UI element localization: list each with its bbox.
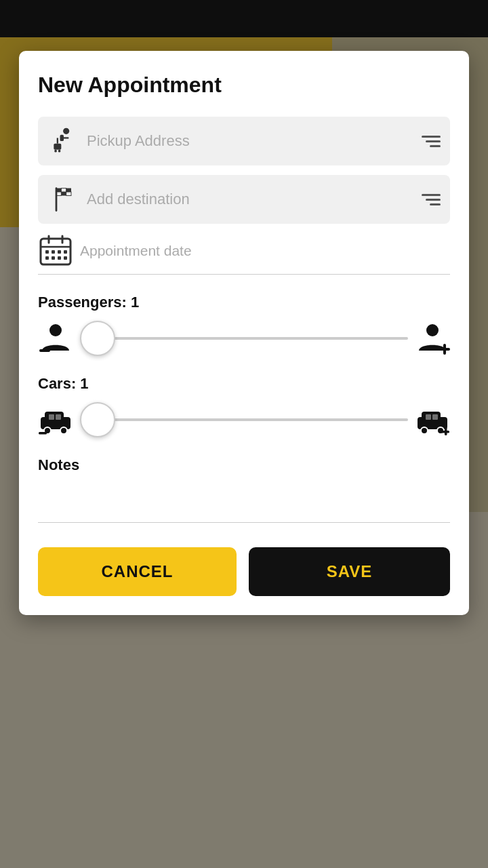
passenger-plus-icon (415, 321, 450, 356)
svg-rect-36 (56, 414, 61, 420)
cars-section: Cars: 1 (38, 375, 450, 437)
cancel-button[interactable]: CANCEL (38, 547, 237, 596)
svg-rect-3 (54, 144, 61, 150)
svg-point-26 (49, 324, 62, 336)
svg-point-40 (421, 427, 428, 434)
svg-rect-25 (64, 256, 67, 260)
svg-rect-9 (61, 189, 66, 193)
dialog-title: New Appointment (38, 73, 450, 98)
svg-rect-8 (56, 189, 61, 193)
svg-rect-20 (58, 250, 61, 254)
destination-input[interactable] (80, 191, 422, 208)
svg-rect-18 (45, 250, 49, 254)
passenger-minus-icon (38, 321, 73, 356)
car-plus-icon (415, 402, 450, 437)
pickup-icon (47, 126, 80, 156)
date-input[interactable] (80, 243, 450, 259)
destination-list-icon (422, 194, 441, 205)
pickup-address-input[interactable] (80, 132, 422, 150)
pickup-address-field[interactable] (38, 117, 450, 165)
passengers-slider-row (38, 321, 450, 356)
svg-rect-43 (432, 414, 438, 420)
calendar-icon (38, 233, 73, 269)
destination-field[interactable] (38, 175, 450, 224)
svg-rect-12 (61, 192, 66, 196)
button-row: CANCEL SAVE (38, 547, 450, 596)
cars-slider-row (38, 402, 450, 437)
destination-icon (47, 184, 80, 214)
cars-slider[interactable] (80, 418, 408, 421)
svg-rect-30 (443, 344, 446, 355)
svg-rect-45 (445, 427, 447, 435)
svg-rect-19 (52, 250, 55, 254)
car-minus-icon (38, 402, 73, 437)
svg-rect-35 (49, 414, 54, 420)
svg-point-4 (54, 150, 57, 153)
passengers-label: Passengers: 1 (38, 294, 450, 311)
cars-label: Cars: 1 (38, 375, 450, 393)
svg-point-5 (58, 150, 61, 153)
svg-rect-27 (39, 349, 50, 352)
save-button[interactable]: SAVE (249, 547, 450, 596)
svg-rect-21 (64, 250, 67, 254)
svg-point-0 (63, 128, 69, 134)
notes-label: Notes (38, 456, 450, 474)
svg-rect-13 (66, 192, 71, 196)
passengers-section: Passengers: 1 (38, 294, 450, 356)
svg-rect-24 (58, 256, 61, 260)
svg-point-34 (60, 427, 67, 434)
notes-section: Notes (38, 456, 450, 526)
svg-rect-23 (52, 256, 55, 260)
passengers-slider[interactable] (80, 337, 408, 340)
svg-point-28 (426, 324, 439, 336)
svg-rect-1 (60, 135, 64, 141)
svg-rect-37 (39, 432, 47, 435)
new-appointment-dialog: New Appointment (19, 51, 469, 615)
svg-rect-10 (66, 189, 71, 193)
svg-rect-22 (45, 256, 49, 260)
notes-input[interactable] (38, 482, 450, 523)
date-field[interactable] (38, 233, 450, 275)
pickup-list-icon (422, 136, 441, 147)
svg-rect-42 (426, 414, 431, 420)
